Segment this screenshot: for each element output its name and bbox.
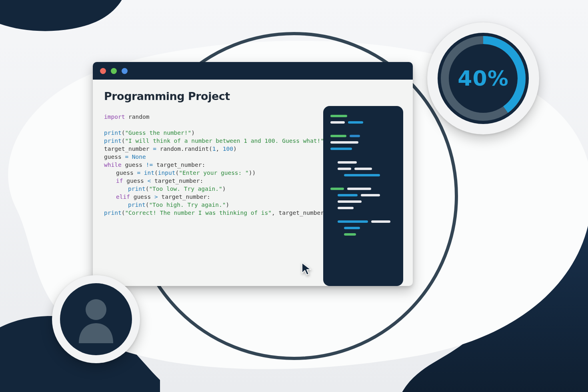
minimap-row [330, 121, 396, 124]
minimap-row [330, 220, 396, 223]
minimap-row [330, 227, 396, 229]
minimap-row [330, 207, 396, 209]
minimap-row [330, 148, 396, 150]
minimap-row [330, 174, 396, 176]
editor-window: Programming Project import random print(… [93, 62, 413, 286]
user-icon [74, 295, 118, 343]
progress-ring-icon [438, 33, 529, 124]
minimap-row [330, 135, 396, 137]
cursor-icon [301, 262, 314, 276]
close-window-button[interactable] [100, 68, 106, 74]
avatar-inner [60, 283, 132, 355]
maximize-window-button[interactable] [122, 68, 128, 74]
minimap-row [330, 115, 396, 117]
minimap-row [330, 161, 396, 164]
page-title: Programming Project [104, 90, 402, 102]
stage: Programming Project import random print(… [0, 0, 588, 392]
minimap-row [330, 194, 396, 196]
minimap-row [330, 168, 396, 170]
svg-point-2 [86, 299, 106, 320]
minimize-window-button[interactable] [111, 68, 117, 74]
progress-badge-inner: 40% [438, 33, 529, 124]
minimap-row [330, 200, 396, 203]
minimap-row [330, 141, 396, 144]
minimap-row [330, 188, 396, 190]
progress-badge: 40% [427, 22, 539, 134]
window-titlebar [93, 62, 413, 80]
code-minimap[interactable] [323, 106, 403, 286]
window-body: Programming Project import random print(… [93, 80, 413, 286]
avatar-badge [52, 275, 140, 363]
minimap-row [330, 233, 396, 236]
